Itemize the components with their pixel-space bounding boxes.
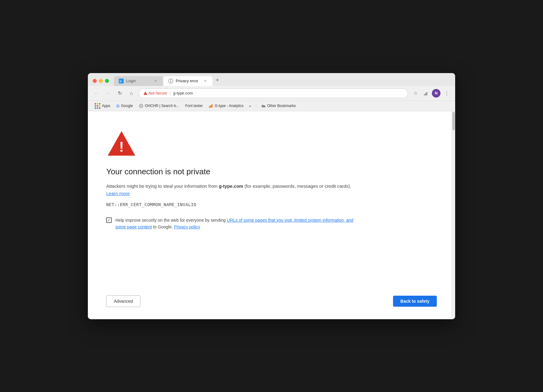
svg-rect-8 (426, 92, 427, 95)
svg-text:K: K (120, 80, 122, 83)
svg-rect-4 (170, 81, 171, 82)
bookmark-gtype-analytics[interactable]: G-type - Analytics (206, 103, 246, 109)
login-tab-close[interactable]: ✕ (153, 79, 158, 83)
toolbar: ← → ↻ ⌂ ! Not Secure | g-type.com ☆ (88, 86, 455, 101)
url-display: g-type.com (173, 91, 193, 95)
font-tester-label: Font tester (185, 104, 203, 108)
folder-icon (261, 104, 266, 108)
scroll-thumb[interactable] (452, 112, 455, 130)
google-g-icon: G (116, 104, 119, 108)
svg-text:!: ! (145, 92, 146, 94)
new-tab-button[interactable]: + (213, 76, 222, 85)
media-button[interactable] (421, 89, 430, 98)
svg-rect-10 (209, 106, 210, 108)
learn-more-link[interactable]: Learn more (106, 191, 130, 196)
profile-initial: N (435, 91, 437, 95)
privacy-error-tab-icon (168, 79, 173, 83)
back-button[interactable]: ← (92, 89, 101, 98)
maximize-button[interactable] (105, 79, 109, 83)
address-separator: | (170, 91, 171, 96)
checkbox-checkmark: ✓ (107, 218, 110, 222)
bookmark-google[interactable]: G Google (114, 103, 135, 109)
bookmark-ohchr[interactable]: OHCHR | Search b... (137, 103, 182, 109)
bookmark-star-button[interactable]: ☆ (411, 89, 420, 98)
close-button[interactable] (93, 79, 97, 83)
description-suffix: (for example, passwords, messages or cre… (243, 183, 351, 189)
privacy-policy-link[interactable]: Privacy policy (174, 224, 200, 229)
menu-button[interactable]: ⋮ (442, 89, 451, 98)
description-prefix: Attackers might be trying to steal your … (106, 183, 219, 189)
reload-button[interactable]: ↻ (115, 89, 124, 98)
login-tab-icon: K (119, 79, 124, 83)
error-description: Attackers might be trying to steal your … (106, 183, 357, 197)
title-bar: K Login ✕ Privacy error ✕ + (88, 73, 455, 86)
help-improve-text: Help improve security on the web for eve… (115, 217, 357, 231)
window-controls (93, 79, 109, 83)
google-label: Google (121, 104, 133, 108)
svg-point-3 (170, 80, 171, 80)
apps-grid-icon (95, 103, 100, 109)
bookmark-font-tester[interactable]: Font tester (183, 103, 205, 109)
svg-text:!: ! (119, 139, 124, 155)
other-bookmarks-label: Other Bookmarks (267, 104, 296, 108)
toolbar-right: ☆ N ⋮ (411, 89, 451, 98)
warning-triangle-svg: ! (106, 130, 137, 157)
not-secure-label: Not Secure (149, 91, 167, 95)
svg-rect-7 (425, 93, 426, 95)
help-improve-prefix: Help improve security on the web for eve… (115, 218, 227, 223)
profile-button[interactable]: N (432, 89, 440, 98)
login-tab-label: Login (126, 79, 151, 83)
gtype-analytics-label: G-type - Analytics (215, 104, 243, 108)
warning-icon: ! (143, 91, 148, 95)
tab-bar: K Login ✕ Privacy error ✕ + (114, 76, 222, 86)
page-content: ! Your connection is not private Attacke… (88, 111, 455, 319)
home-button[interactable]: ⌂ (127, 89, 136, 98)
bookmarks-bar: Apps G Google OHCHR | Search b... Font t… (88, 101, 455, 111)
advanced-button[interactable]: Advanced (106, 295, 140, 307)
globe-icon (139, 104, 143, 108)
help-improve-mid: to Google. (152, 224, 173, 229)
tab-login[interactable]: K Login ✕ (114, 76, 163, 86)
tab-privacy-error[interactable]: Privacy error ✕ (163, 76, 212, 86)
apps-label: Apps (102, 104, 110, 108)
domain-highlight: g-type.com (219, 183, 243, 189)
ohchr-label: OHCHR | Search b... (145, 104, 179, 108)
back-to-safety-button[interactable]: Back to safety (393, 296, 437, 307)
error-heading: Your connection is not private (106, 167, 437, 176)
bookmark-apps[interactable]: Apps (92, 102, 113, 110)
bookmarks-overflow[interactable]: » (247, 103, 253, 109)
forward-button[interactable]: → (104, 89, 112, 98)
warning-icon-area: ! (106, 130, 437, 158)
svg-rect-11 (210, 105, 211, 108)
bookmark-other[interactable]: Other Bookmarks (259, 103, 298, 109)
error-code: NET::ERR_CERT_COMMON_NAME_INVALID (106, 202, 437, 207)
scrollbar[interactable] (451, 111, 455, 319)
not-secure-badge: ! Not Secure (143, 91, 167, 95)
browser-window: K Login ✕ Privacy error ✕ + (88, 73, 455, 319)
privacy-error-tab-label: Privacy error (176, 79, 200, 83)
page-actions: Advanced Back to safety (106, 295, 437, 307)
svg-rect-6 (424, 94, 425, 95)
svg-rect-12 (212, 104, 212, 108)
help-improve-checkbox[interactable]: ✓ (106, 217, 112, 223)
help-improve-section: ✓ Help improve security on the web for e… (106, 217, 357, 231)
minimize-button[interactable] (99, 79, 103, 83)
privacy-error-tab-close[interactable]: ✕ (203, 79, 208, 83)
analytics-icon (209, 104, 213, 108)
address-bar[interactable]: ! Not Secure | g-type.com (139, 88, 408, 98)
